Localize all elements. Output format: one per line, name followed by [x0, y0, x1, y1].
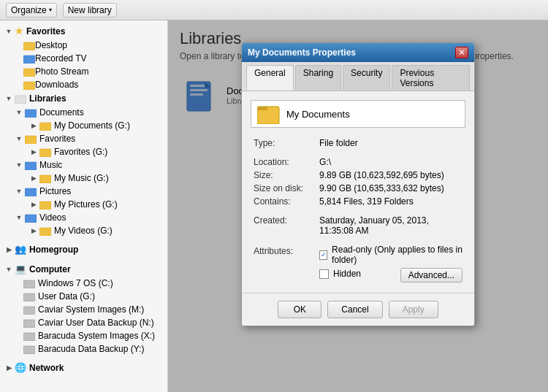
windows7-label: Windows 7 OS (C:) [38, 278, 113, 288]
ok-button[interactable]: OK [278, 301, 321, 318]
windows7-icon [23, 279, 35, 288]
sidebar-item-favorites-g[interactable]: ▶ Favorites (G:) [0, 145, 167, 158]
videos-lib-icon [25, 213, 37, 223]
sidebar-item-my-videos[interactable]: ▶ My Videos (G:) [0, 224, 167, 237]
sidebar-item-my-music[interactable]: ▶ My Music (G:) [0, 172, 167, 185]
sidebar-item-photo-stream[interactable]: Photo Stream [0, 65, 167, 78]
prop-attributes-row: Attributes: ✓ Read-only (Only applies to… [251, 243, 465, 284]
apply-button[interactable]: Apply [389, 301, 438, 318]
svg-rect-18 [23, 320, 35, 328]
modal-close-button[interactable]: ✕ [455, 47, 468, 58]
attributes-label: Attributes: [251, 243, 316, 284]
created-label: Created: [251, 214, 316, 237]
my-music-icon [39, 174, 51, 183]
svg-rect-1 [23, 55, 35, 64]
caviar-system-icon [23, 305, 35, 315]
homegroup-icon: 👥 [15, 244, 26, 255]
sidebar-section-libraries[interactable]: ▼ Libraries [0, 91, 167, 106]
sidebar-item-videos[interactable]: ▼ Videos [0, 211, 167, 224]
properties-table: Type: File folder Location: G:\ Size: 9.… [251, 137, 465, 284]
modal-body: My Documents Type: File folder Location:… [242, 91, 474, 293]
sidebar-item-pictures[interactable]: ▼ Pictures [0, 185, 167, 198]
advanced-button[interactable]: Advanced... [400, 268, 463, 283]
svg-rect-14 [39, 228, 51, 236]
recorded-tv-icon [23, 54, 35, 64]
organize-button[interactable]: Organize ▾ [6, 3, 57, 18]
svg-rect-8 [39, 149, 51, 157]
sidebar-item-baracuda-system[interactable]: Baracuda System Images (X:) [0, 329, 167, 342]
libraries-expand-icon: ▼ [3, 95, 15, 102]
sidebar-item-music[interactable]: ▼ Music [0, 158, 167, 172]
sidebar-section-computer[interactable]: ▼ 💻 Computer [0, 261, 167, 277]
sidebar: ▼ ★ Favorites Desktop Recorded TV Photo … [0, 20, 168, 392]
cancel-button[interactable]: Cancel [327, 301, 382, 318]
sidebar-item-desktop[interactable]: Desktop [0, 39, 167, 52]
sidebar-item-caviar-system[interactable]: Caviar System Images (M:) [0, 303, 167, 316]
homegroup-expand-icon: ▶ [3, 246, 15, 253]
baracuda-data-icon [23, 345, 35, 354]
favorites-section-label: Favorites [26, 26, 65, 36]
location-value: G:\ [316, 155, 465, 169]
sidebar-item-documents[interactable]: ▼ Documents [0, 106, 167, 119]
svg-rect-19 [23, 333, 35, 341]
modal-footer: OK Cancel Apply [242, 293, 474, 326]
size-on-disk-value: 9.90 GB (10,635,333,632 bytes) [316, 182, 465, 195]
sidebar-item-recorded-tv[interactable]: Recorded TV [0, 52, 167, 65]
downloads-label: Downloads [35, 80, 78, 90]
sidebar-item-userdata[interactable]: User Data (G:) [0, 290, 167, 303]
videos-lib-label: Videos [39, 212, 66, 223]
prop-type-row: Type: File folder [251, 137, 465, 150]
network-label: Network [29, 363, 64, 373]
properties-dialog: My Documents Properties ✕ General Sharin… [241, 42, 475, 326]
folder-large-icon [257, 104, 281, 124]
network-expand-icon: ▶ [3, 364, 15, 372]
tab-security-label: Security [351, 68, 382, 78]
pictures-lib-icon [25, 187, 37, 196]
size-on-disk-label: Size on disk: [251, 182, 316, 195]
sidebar-item-downloads[interactable]: Downloads [0, 78, 167, 91]
svg-rect-0 [23, 42, 35, 50]
readonly-checkbox[interactable]: ✓ [319, 250, 327, 260]
folder-name: My Documents [286, 109, 350, 120]
prop-size-on-disk-row: Size on disk: 9.90 GB (10,635,333,632 by… [251, 182, 465, 195]
sidebar-item-baracuda-data[interactable]: Baracuda Data Backup (Y:) [0, 342, 167, 356]
tab-security[interactable]: Security [343, 65, 390, 91]
computer-icon: 💻 [15, 264, 26, 274]
favorites-lib-icon [25, 134, 37, 144]
baracuda-system-label: Baracuda System Images (X:) [38, 331, 155, 341]
music-lib-icon [25, 161, 37, 170]
my-documents-label: My Documents (G:) [54, 120, 130, 131]
my-pictures-label: My Pictures (G:) [54, 199, 118, 210]
readonly-label: Read-only (Only applies to files in fold… [332, 245, 463, 265]
sidebar-section-favorites[interactable]: ▼ ★ Favorites [0, 23, 167, 39]
documents-lib-label: Documents [39, 107, 84, 118]
hidden-label: Hidden [333, 269, 361, 279]
organize-label: Organize [11, 5, 47, 15]
sidebar-section-homegroup[interactable]: ▶ 👥 Homegroup [0, 242, 167, 257]
sidebar-item-my-pictures[interactable]: ▶ My Pictures (G:) [0, 198, 167, 211]
my-music-label: My Music (G:) [54, 173, 109, 183]
svg-rect-13 [25, 215, 37, 223]
recorded-tv-label: Recorded TV [35, 53, 86, 64]
prop-created-row: Created: Saturday, January 05, 2013, 11:… [251, 214, 465, 237]
sidebar-item-favorites-lib[interactable]: ▼ Favorites [0, 132, 167, 145]
tab-general[interactable]: General [246, 65, 294, 91]
sidebar-item-windows7[interactable]: Windows 7 OS (C:) [0, 277, 167, 290]
svg-rect-17 [23, 307, 35, 315]
baracuda-system-icon [23, 331, 35, 341]
svg-rect-16 [23, 293, 35, 301]
new-library-button[interactable]: New library [63, 3, 117, 18]
tab-sharing[interactable]: Sharing [295, 65, 341, 91]
caviar-user-label: Caviar User Data Backup (N:) [38, 318, 154, 328]
downloads-icon [23, 80, 35, 90]
tab-general-label: General [254, 68, 286, 78]
sidebar-item-caviar-user[interactable]: Caviar User Data Backup (N:) [0, 316, 167, 329]
contains-label: Contains: [251, 195, 316, 208]
favorites-g-label: Favorites (G:) [54, 147, 107, 157]
favorites-g-icon [39, 147, 51, 157]
tab-previous-versions[interactable]: Previous Versions [392, 65, 470, 91]
sidebar-section-network[interactable]: ▶ 🌐 Network [0, 360, 167, 375]
created-value: Saturday, January 05, 2013, 11:35:08 AM [316, 214, 465, 237]
hidden-checkbox[interactable] [319, 269, 329, 279]
sidebar-item-my-documents[interactable]: ▶ My Documents (G:) [0, 119, 167, 132]
